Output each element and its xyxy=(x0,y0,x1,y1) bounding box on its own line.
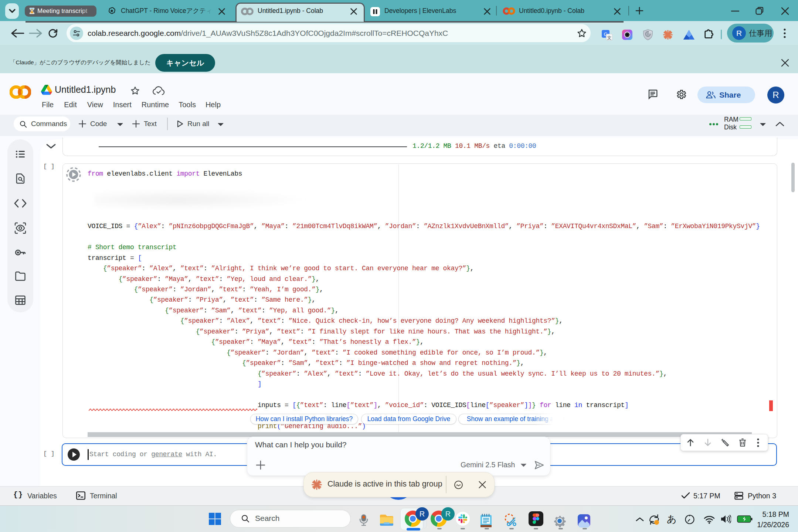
svg-text:文: 文 xyxy=(607,35,612,40)
